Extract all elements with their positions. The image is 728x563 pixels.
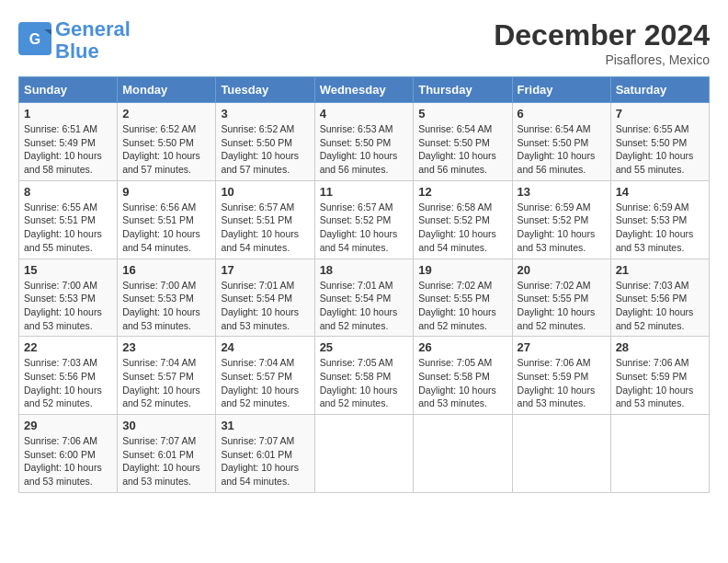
- calendar-cell: [610, 415, 709, 493]
- calendar-cell: 13 Sunrise: 6:59 AM Sunset: 5:52 PM Dayl…: [512, 180, 610, 259]
- calendar-cell: 18 Sunrise: 7:01 AM Sunset: 5:54 PM Dayl…: [314, 259, 414, 337]
- calendar-week-row: 29 Sunrise: 7:06 AM Sunset: 6:00 PM Dayl…: [19, 415, 710, 493]
- day-number: 4: [320, 107, 409, 121]
- day-info: Sunrise: 7:06 AM Sunset: 5:59 PM Dayligh…: [518, 356, 606, 410]
- day-number: 19: [418, 263, 506, 277]
- day-number: 22: [24, 340, 112, 354]
- calendar-cell: 17 Sunrise: 7:01 AM Sunset: 5:54 PM Dayl…: [216, 259, 314, 337]
- day-header-thursday: Thursday: [414, 77, 512, 103]
- calendar-cell: 27 Sunrise: 7:06 AM Sunset: 5:59 PM Dayl…: [512, 337, 610, 415]
- day-info: Sunrise: 6:59 AM Sunset: 5:52 PM Dayligh…: [518, 201, 606, 255]
- day-info: Sunrise: 7:06 AM Sunset: 6:00 PM Dayligh…: [24, 434, 112, 488]
- day-header-friday: Friday: [512, 77, 610, 103]
- day-info: Sunrise: 6:57 AM Sunset: 5:52 PM Dayligh…: [320, 201, 409, 255]
- day-info: Sunrise: 6:52 AM Sunset: 5:50 PM Dayligh…: [221, 122, 309, 177]
- day-number: 8: [24, 185, 112, 199]
- day-number: 11: [320, 185, 409, 199]
- calendar-cell: 16 Sunrise: 7:00 AM Sunset: 5:53 PM Dayl…: [118, 259, 216, 337]
- day-header-saturday: Saturday: [610, 77, 709, 103]
- day-number: 28: [616, 340, 704, 354]
- calendar-cell: 4 Sunrise: 6:53 AM Sunset: 5:50 PM Dayli…: [314, 103, 414, 181]
- calendar-cell: 10 Sunrise: 6:57 AM Sunset: 5:51 PM Dayl…: [216, 180, 314, 259]
- svg-text:G: G: [29, 31, 40, 47]
- day-info: Sunrise: 6:55 AM Sunset: 5:50 PM Dayligh…: [616, 122, 704, 177]
- calendar-cell: 12 Sunrise: 6:58 AM Sunset: 5:52 PM Dayl…: [414, 180, 512, 259]
- calendar-cell: 30 Sunrise: 7:07 AM Sunset: 6:01 PM Dayl…: [118, 415, 216, 493]
- day-info: Sunrise: 6:55 AM Sunset: 5:51 PM Dayligh…: [24, 201, 112, 255]
- day-info: Sunrise: 6:52 AM Sunset: 5:50 PM Dayligh…: [122, 122, 210, 177]
- day-number: 26: [418, 340, 506, 354]
- day-number: 31: [221, 419, 309, 432]
- day-number: 23: [122, 340, 210, 354]
- calendar-cell: 29 Sunrise: 7:06 AM Sunset: 6:00 PM Dayl…: [19, 415, 118, 493]
- calendar-cell: 15 Sunrise: 7:00 AM Sunset: 5:53 PM Dayl…: [19, 259, 118, 337]
- day-info: Sunrise: 6:51 AM Sunset: 5:49 PM Dayligh…: [24, 122, 112, 177]
- calendar-header-row: SundayMondayTuesdayWednesdayThursdayFrid…: [19, 77, 710, 103]
- month-title: December 2024: [494, 18, 710, 52]
- calendar-cell: 3 Sunrise: 6:52 AM Sunset: 5:50 PM Dayli…: [216, 103, 314, 181]
- day-info: Sunrise: 6:59 AM Sunset: 5:53 PM Dayligh…: [616, 201, 704, 255]
- logo: G GeneralBlue: [18, 18, 131, 63]
- day-header-tuesday: Tuesday: [216, 77, 314, 103]
- page-header: G GeneralBlue December 2024 Pisaflores, …: [18, 18, 710, 67]
- calendar-cell: 25 Sunrise: 7:05 AM Sunset: 5:58 PM Dayl…: [314, 337, 414, 415]
- day-number: 29: [24, 419, 112, 432]
- day-info: Sunrise: 7:04 AM Sunset: 5:57 PM Dayligh…: [122, 356, 210, 410]
- day-info: Sunrise: 6:57 AM Sunset: 5:51 PM Dayligh…: [221, 201, 309, 255]
- day-number: 3: [221, 107, 309, 121]
- day-number: 9: [122, 185, 210, 199]
- day-info: Sunrise: 7:06 AM Sunset: 5:59 PM Dayligh…: [616, 356, 704, 410]
- day-number: 7: [616, 107, 704, 121]
- day-number: 25: [320, 340, 409, 354]
- calendar-cell: 14 Sunrise: 6:59 AM Sunset: 5:53 PM Dayl…: [610, 180, 709, 259]
- day-number: 18: [320, 263, 409, 277]
- day-number: 6: [518, 107, 606, 121]
- day-info: Sunrise: 7:05 AM Sunset: 5:58 PM Dayligh…: [418, 356, 506, 410]
- calendar-week-row: 8 Sunrise: 6:55 AM Sunset: 5:51 PM Dayli…: [19, 180, 710, 259]
- calendar-cell: 7 Sunrise: 6:55 AM Sunset: 5:50 PM Dayli…: [610, 103, 709, 181]
- day-number: 17: [221, 263, 309, 277]
- day-number: 24: [221, 340, 309, 354]
- calendar-cell: 6 Sunrise: 6:54 AM Sunset: 5:50 PM Dayli…: [512, 103, 610, 181]
- calendar-cell: 26 Sunrise: 7:05 AM Sunset: 5:58 PM Dayl…: [414, 337, 512, 415]
- day-info: Sunrise: 6:56 AM Sunset: 5:51 PM Dayligh…: [122, 201, 210, 255]
- day-number: 27: [518, 340, 606, 354]
- calendar-cell: 2 Sunrise: 6:52 AM Sunset: 5:50 PM Dayli…: [118, 103, 216, 181]
- calendar-week-row: 15 Sunrise: 7:00 AM Sunset: 5:53 PM Dayl…: [19, 259, 710, 337]
- calendar-cell: 5 Sunrise: 6:54 AM Sunset: 5:50 PM Dayli…: [414, 103, 512, 181]
- title-area: December 2024 Pisaflores, Mexico: [494, 18, 710, 67]
- day-number: 12: [418, 185, 506, 199]
- calendar-week-row: 1 Sunrise: 6:51 AM Sunset: 5:49 PM Dayli…: [19, 103, 710, 181]
- calendar-cell: 1 Sunrise: 6:51 AM Sunset: 5:49 PM Dayli…: [19, 103, 118, 181]
- calendar-cell: [314, 415, 414, 493]
- day-header-sunday: Sunday: [19, 77, 118, 103]
- day-info: Sunrise: 7:07 AM Sunset: 6:01 PM Dayligh…: [122, 434, 210, 488]
- day-info: Sunrise: 7:03 AM Sunset: 5:56 PM Dayligh…: [616, 279, 704, 333]
- day-number: 30: [122, 419, 210, 432]
- day-number: 20: [518, 263, 606, 277]
- calendar-cell: 19 Sunrise: 7:02 AM Sunset: 5:55 PM Dayl…: [414, 259, 512, 337]
- day-info: Sunrise: 6:58 AM Sunset: 5:52 PM Dayligh…: [418, 201, 506, 255]
- calendar-week-row: 22 Sunrise: 7:03 AM Sunset: 5:56 PM Dayl…: [19, 337, 710, 415]
- day-info: Sunrise: 6:53 AM Sunset: 5:50 PM Dayligh…: [320, 122, 409, 177]
- day-info: Sunrise: 7:03 AM Sunset: 5:56 PM Dayligh…: [24, 356, 112, 410]
- day-number: 16: [122, 263, 210, 277]
- day-info: Sunrise: 7:05 AM Sunset: 5:58 PM Dayligh…: [320, 356, 409, 410]
- day-info: Sunrise: 7:01 AM Sunset: 5:54 PM Dayligh…: [221, 279, 309, 333]
- calendar-table: SundayMondayTuesdayWednesdayThursdayFrid…: [18, 76, 710, 493]
- logo-icon: G: [18, 22, 51, 55]
- calendar-cell: 9 Sunrise: 6:56 AM Sunset: 5:51 PM Dayli…: [118, 180, 216, 259]
- day-number: 1: [24, 107, 112, 121]
- day-header-monday: Monday: [118, 77, 216, 103]
- day-info: Sunrise: 6:54 AM Sunset: 5:50 PM Dayligh…: [418, 122, 506, 177]
- day-number: 21: [616, 263, 704, 277]
- calendar-cell: 24 Sunrise: 7:04 AM Sunset: 5:57 PM Dayl…: [216, 337, 314, 415]
- day-info: Sunrise: 7:01 AM Sunset: 5:54 PM Dayligh…: [320, 279, 409, 333]
- day-info: Sunrise: 7:04 AM Sunset: 5:57 PM Dayligh…: [221, 356, 309, 410]
- day-number: 15: [24, 263, 112, 277]
- calendar-cell: 8 Sunrise: 6:55 AM Sunset: 5:51 PM Dayli…: [19, 180, 118, 259]
- calendar-cell: 31 Sunrise: 7:07 AM Sunset: 6:01 PM Dayl…: [216, 415, 314, 493]
- day-number: 10: [221, 185, 309, 199]
- location: Pisaflores, Mexico: [494, 52, 710, 67]
- calendar-cell: 11 Sunrise: 6:57 AM Sunset: 5:52 PM Dayl…: [314, 180, 414, 259]
